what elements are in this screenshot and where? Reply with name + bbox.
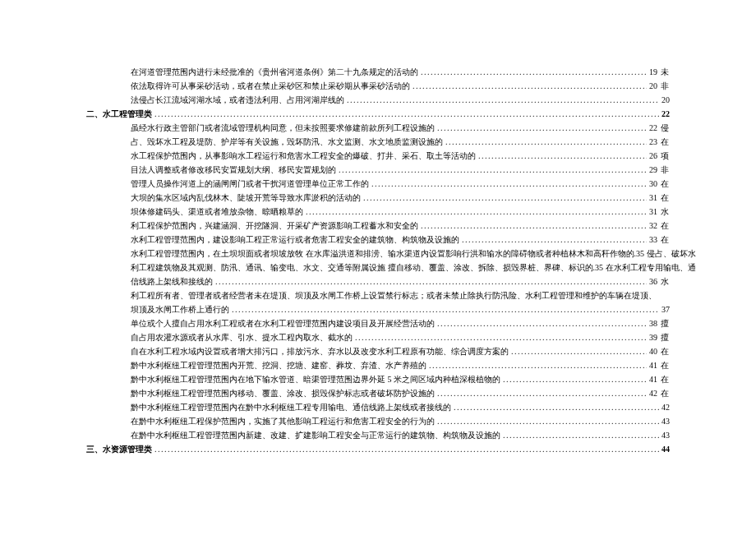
toc-leader-dots [418, 66, 647, 80]
toc-page-number: 40 [647, 345, 657, 359]
toc-text: 在河道管理范围内进行未经批准的《贵州省河道条例》第二十九条规定的活动的 [131, 66, 418, 80]
toc-page-number: 43 [659, 429, 670, 443]
toc-leader-dots [353, 331, 647, 345]
toc-text: 利工程所有者、管理者或者经营者未在堤顶、坝顶及水闸工作桥上设置禁行标志；或者未禁… [131, 289, 657, 303]
toc-leader-dots [152, 443, 659, 457]
toc-page-number: 19 [647, 66, 657, 80]
toc-text: 自在水利工程水域内设置或者增大排污口，排放污水、弃水以及改变水利工程原有功能、综… [131, 345, 509, 359]
toc-text: 大坝的集水区域内乱伐林木、陡坡开荒等导致水库淤积的活动的 [131, 191, 361, 205]
toc-page-number: 23 [647, 136, 657, 150]
toc-leader-dots [213, 275, 647, 289]
toc-line: 自占用农灌水源或者从水库、引水、提水工程内取水、截水的39擅 [86, 331, 670, 345]
toc-line: 自在水利工程水域内设置或者增大排污口，排放污水、弃水以及改变水利工程原有功能、综… [86, 345, 670, 359]
toc-line: 占、毁坏水工程及堤防、护岸等有关设施，毁坏防汛、水文监测、水文地质监测设施的23… [86, 136, 670, 150]
table-of-contents: 在河道管理范围内进行未经批准的《贵州省河道条例》第二十九条规定的活动的19未依法… [86, 66, 670, 457]
toc-page-number: 44 [659, 443, 670, 457]
toc-line: 在黔中水利枢纽工程管理范围内新建、改建、扩建影响工程安全与正常运行的建筑物、构筑… [86, 429, 670, 443]
toc-leader-dots [426, 359, 647, 373]
toc-suffix-char: 非 [657, 164, 670, 178]
toc-leader-dots [303, 205, 647, 219]
toc-line: 大坝的集水区域内乱伐林木、陡坡开荒等导致水库淤积的活动的31在 [86, 191, 670, 205]
toc-suffix-char: 在 [657, 219, 670, 233]
toc-page-number: 39 [647, 331, 657, 345]
toc-line: 水利工程管理范围内，在土坝坝面或者坝坡放牧 在水库溢洪道和排涝、输水渠道内设置影… [86, 247, 670, 261]
toc-line: 依法取得许可从事采砂活动，或者在禁止采砂区和禁止采砂期从事采砂活动的20非 [86, 80, 670, 94]
toc-leader-dots [451, 401, 659, 415]
toc-page-number: 32 [647, 219, 657, 233]
toc-text: 三、水资源管理类 [86, 443, 152, 457]
toc-text: 单位或个人擅自占用水利工程或者在水利工程管理范围内建设项目及开展经营活动的 [131, 317, 435, 331]
toc-suffix-char: 擅 [657, 331, 670, 345]
toc-line: 黔中水利枢纽工程管理范围内移动、覆盖、涂改、损毁保护标志或者破坏防护设施的42在 [86, 387, 670, 401]
toc-page-number: 20 [647, 80, 657, 94]
toc-page-number: 22 [659, 108, 670, 122]
toc-page-number: 38 [647, 317, 657, 331]
toc-suffix-char: 未 [657, 66, 670, 80]
toc-line: 三、水资源管理类44 [86, 443, 670, 457]
toc-leader-dots [344, 94, 659, 108]
toc-line: 利工程保护范围内，兴建涵洞、开挖隧洞、开采矿产资源影响工程蓄水和安全的32在 [86, 219, 670, 233]
toc-text: 水利工程管理范围内，在土坝坝面或者坝坡放牧 在水库溢洪道和排涝、输水渠道内设置影… [131, 247, 696, 261]
toc-leader-dots [229, 303, 659, 317]
toc-leader-dots [418, 219, 647, 233]
toc-leader-dots [500, 373, 647, 387]
toc-line: 水工程保护范围内，从事影响水工程运行和危害水工程安全的爆破、打井、采石、取土等活… [86, 150, 670, 164]
toc-page-number: 37 [659, 303, 670, 317]
toc-suffix-char: 在 [657, 359, 670, 373]
toc-suffix-char: 在 [657, 345, 670, 359]
toc-line: 单位或个人擅自占用水利工程或者在水利工程管理范围内建设项目及开展经营活动的38擅 [86, 317, 670, 331]
toc-text: 黔中水利枢纽工程管理范围内开荒、挖洞、挖塘、建窑、葬坟、弃渣、水产养殖的 [131, 359, 426, 373]
toc-page-number: 41 [647, 373, 657, 387]
toc-suffix-char: 在 [657, 373, 670, 387]
toc-page-number: 20 [659, 94, 670, 108]
toc-leader-dots [152, 108, 659, 122]
toc-leader-dots [443, 136, 647, 150]
toc-leader-dots [435, 122, 647, 136]
toc-text: 在黔中水利枢纽工程管理范围内新建、改建、扩建影响工程安全与正常运行的建筑物、构筑… [131, 429, 500, 443]
toc-text: 虽经水行政主管部门或者流域管理机构同意，但未按照要求修建前款所列工程设施的 [131, 122, 435, 136]
toc-line: 虽经水行政主管部门或者流域管理机构同意，但未按照要求修建前款所列工程设施的22侵 [86, 122, 670, 136]
toc-leader-dots [361, 191, 647, 205]
toc-page-number: 36 [647, 275, 657, 289]
toc-text: 水工程保护范围内，从事影响水工程运行和危害水工程安全的爆破、打井、采石、取土等活… [131, 150, 476, 164]
toc-text: 占、毁坏水工程及堤防、护岸等有关设施，毁坏防汛、水文监测、水文地质监测设施的 [131, 136, 443, 150]
toc-page-number: 42 [659, 401, 670, 415]
toc-leader-dots [500, 429, 659, 443]
toc-page-number: 42 [647, 387, 657, 401]
toc-leader-dots [459, 233, 647, 247]
toc-suffix-char: 在 [657, 136, 670, 150]
toc-text: 自占用农灌水源或者从水库、引水、提水工程内取水、截水的 [131, 331, 353, 345]
toc-text: 法侵占长江流域河湖水域，或者违法利用、占用河湖岸线的 [131, 94, 344, 108]
toc-suffix-char: 非 [657, 80, 670, 94]
toc-line: 坝体修建码头、渠道或者堆放杂物、晾晒粮草的31水 [86, 205, 670, 219]
toc-page-number: 29 [647, 164, 657, 178]
toc-page-number: 41 [647, 359, 657, 373]
toc-page-number: 33 [647, 233, 657, 247]
toc-suffix-char: 在 [657, 233, 670, 247]
toc-leader-dots [476, 150, 647, 164]
toc-line: 水利工程管理范围内，建设影响工程正常运行或者危害工程安全的建筑物、构筑物及设施的… [86, 233, 670, 247]
toc-suffix-char: 在 [657, 178, 670, 191]
toc-suffix-char: 水 [657, 205, 670, 219]
toc-text: 二、水工程管理类 [86, 108, 152, 122]
toc-page-number: 31 [647, 205, 657, 219]
toc-text: 利工程保护范围内，兴建涵洞、开挖隧洞、开采矿产资源影响工程蓄水和安全的 [131, 219, 418, 233]
toc-line: 在河道管理范围内进行未经批准的《贵州省河道条例》第二十九条规定的活动的19未 [86, 66, 670, 80]
toc-page-number: 31 [647, 191, 657, 205]
toc-suffix-char: 擅 [657, 317, 670, 331]
toc-suffix-char: 在 [657, 191, 670, 205]
toc-leader-dots [435, 317, 647, 331]
toc-page-number: 30 [647, 178, 657, 191]
toc-text: 依法取得许可从事采砂活动，或者在禁止采砂区和禁止采砂期从事采砂活动的 [131, 80, 410, 94]
toc-page-number: 26 [647, 150, 657, 164]
toc-line: 利工程所有者、管理者或者经营者未在堤顶、坝顶及水闸工作桥上设置禁行标志；或者未禁… [86, 289, 670, 303]
toc-suffix-char: 水 [657, 275, 670, 289]
toc-line: 信线路上架线和接线的36水 [86, 275, 670, 289]
toc-text: 利工程建筑物及其观测、防汛、通讯、输变电、水文、交通等附属设施 擅自移动、覆盖、… [131, 261, 696, 275]
toc-page-number: 43 [659, 415, 670, 429]
toc-leader-dots [410, 80, 647, 94]
toc-text: 黔中水利枢纽工程管理范围内在黔中水利枢纽工程专用输电、通信线路上架线或者接线的 [131, 401, 451, 415]
toc-text: 坝顶及水闸工作桥上通行的 [131, 303, 229, 317]
toc-line: 目法人调整或者修改移民安置规划大纲、移民安置规划的29非 [86, 164, 670, 178]
toc-line: 利工程建筑物及其观测、防汛、通讯、输变电、水文、交通等附属设施 擅自移动、覆盖、… [86, 261, 670, 275]
